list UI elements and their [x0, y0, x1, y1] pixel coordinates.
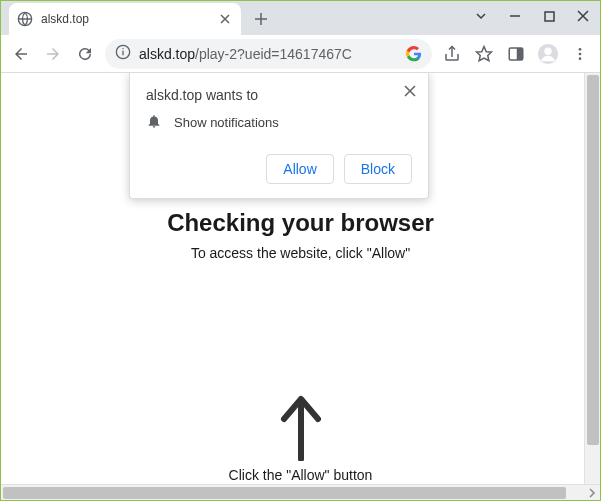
back-button[interactable]	[7, 40, 35, 68]
window-minimize-button[interactable]	[498, 1, 532, 31]
share-icon[interactable]	[438, 40, 466, 68]
reload-button[interactable]	[71, 40, 99, 68]
svg-point-4	[122, 48, 123, 49]
menu-dots-icon[interactable]	[566, 40, 594, 68]
site-info-icon[interactable]	[115, 44, 131, 63]
dialog-permission-item: Show notifications	[174, 115, 279, 130]
page-content: Checking your browser To access the webs…	[1, 73, 600, 484]
forward-button[interactable]	[39, 40, 67, 68]
scrollbar-thumb[interactable]	[587, 75, 599, 445]
notification-permission-dialog: alskd.top wants to Show notifications Al…	[129, 73, 429, 199]
page-subheading: To access the website, click "Allow"	[1, 245, 600, 261]
svg-marker-5	[477, 46, 492, 60]
scroll-right-icon[interactable]	[584, 485, 600, 501]
dialog-close-icon[interactable]	[400, 81, 420, 101]
window-maximize-button[interactable]	[532, 1, 566, 31]
address-bar[interactable]: alskd.top/play-2?ueid=14617467C	[105, 39, 432, 69]
tab-title: alskd.top	[41, 12, 217, 26]
svg-point-12	[579, 52, 582, 55]
svg-point-11	[579, 48, 582, 51]
bookmark-star-icon[interactable]	[470, 40, 498, 68]
allow-button[interactable]: Allow	[266, 154, 333, 184]
window-close-button[interactable]	[566, 1, 600, 31]
svg-point-10	[544, 47, 551, 54]
horizontal-scrollbar[interactable]	[1, 484, 600, 500]
profile-avatar-icon[interactable]	[534, 40, 562, 68]
arrow-caption: Click the "Allow" button	[229, 467, 373, 483]
scrollbar-thumb[interactable]	[3, 487, 566, 499]
google-icon[interactable]	[406, 46, 422, 62]
page-heading: Checking your browser	[1, 209, 600, 237]
block-button[interactable]: Block	[344, 154, 412, 184]
window-caret-down-icon[interactable]	[464, 1, 498, 31]
browser-titlebar: alskd.top	[1, 1, 600, 35]
svg-point-13	[579, 57, 582, 60]
side-panel-icon[interactable]	[502, 40, 530, 68]
browser-tab[interactable]: alskd.top	[9, 3, 241, 35]
window-controls	[464, 1, 600, 31]
vertical-scrollbar[interactable]	[584, 73, 600, 484]
svg-rect-1	[545, 12, 554, 21]
dialog-title: alskd.top wants to	[146, 87, 412, 103]
url-text: alskd.top/play-2?ueid=14617467C	[139, 46, 398, 62]
browser-toolbar: alskd.top/play-2?ueid=14617467C	[1, 35, 600, 73]
svg-rect-8	[518, 48, 523, 60]
bell-icon	[146, 113, 162, 132]
tab-close-icon[interactable]	[217, 11, 233, 27]
arrow-section: Click the "Allow" button	[1, 391, 600, 483]
new-tab-button[interactable]	[247, 5, 275, 33]
arrow-up-icon	[276, 391, 326, 461]
globe-icon	[17, 11, 33, 27]
